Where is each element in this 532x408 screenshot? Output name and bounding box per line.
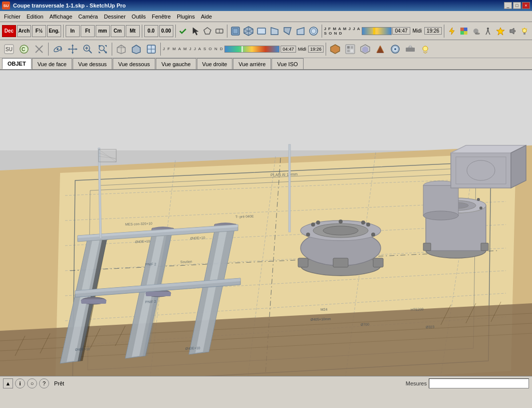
status-circle-button[interactable]: ○ <box>27 378 37 388</box>
svg-marker-64 <box>331 45 340 54</box>
view-top-button[interactable] <box>229 24 241 38</box>
svg-rect-31 <box>523 33 525 35</box>
tab-vue-face[interactable]: Vue de face <box>32 58 72 69</box>
tab-vue-arriere[interactable]: Vue arrière <box>233 58 271 69</box>
shadow-icon-button[interactable] <box>470 24 481 38</box>
menu-outils[interactable]: Outils <box>129 13 149 21</box>
view-left-button[interactable] <box>295 24 307 38</box>
render-btn4[interactable] <box>373 42 387 56</box>
minimize-button[interactable]: _ <box>504 2 512 9</box>
tb2-sep4 <box>326 43 326 56</box>
menu-camera[interactable]: Caméra <box>75 13 101 21</box>
view-iso-button[interactable] <box>242 24 254 38</box>
style-dec-button[interactable]: Dec <box>2 25 16 37</box>
menu-dessiner[interactable]: Dessiner <box>101 13 128 21</box>
tb2-icon3[interactable] <box>144 42 158 56</box>
tab-vue-droite[interactable]: Vue droite <box>197 58 233 69</box>
check-icon-button[interactable] <box>177 24 188 38</box>
lightning-icon-button[interactable] <box>446 24 457 38</box>
menu-affichage[interactable]: Affichage <box>47 13 76 21</box>
tb2-icon1[interactable] <box>114 42 128 56</box>
component-button[interactable]: C <box>17 42 31 56</box>
shape-icon-button[interactable] <box>214 24 225 38</box>
audio-icon-button[interactable] <box>507 24 518 38</box>
tab-vue-dessus[interactable]: Vue dessus <box>73 58 112 69</box>
render-btn3[interactable] <box>358 42 372 56</box>
pentagon-icon-button[interactable] <box>202 24 213 38</box>
pan-button[interactable] <box>66 42 80 56</box>
status-triangle-button[interactable]: ▲ <box>3 378 13 388</box>
svg-point-30 <box>522 29 526 33</box>
orbit-button[interactable] <box>51 42 65 56</box>
title-bar: SU Coupe transversale 1-1.skp - SketchUp… <box>0 0 532 11</box>
cursor-icon-button[interactable] <box>190 24 201 38</box>
tab-vue-gauche[interactable]: Vue gauche <box>156 58 196 69</box>
unit-mm-button[interactable]: mm <box>96 25 110 37</box>
sun-position-slider[interactable] <box>362 27 392 35</box>
svg-marker-45 <box>68 48 70 50</box>
measures-input[interactable] <box>429 378 529 388</box>
decimal-2-button[interactable]: 0.00 <box>159 25 173 37</box>
maximize-button[interactable]: □ <box>513 2 521 9</box>
tb2-icon2[interactable] <box>129 42 143 56</box>
unit-cm-button[interactable]: Cm <box>111 25 125 37</box>
material-icon-button[interactable] <box>458 24 469 38</box>
close-button[interactable]: × <box>522 2 530 9</box>
tab-vue-dessous[interactable]: Vue dessous <box>113 58 155 69</box>
svg-text:SU: SU <box>6 47 13 52</box>
sun-midi: Midi <box>297 47 308 52</box>
style-eng-button[interactable]: Eng. <box>47 25 61 37</box>
svg-rect-67 <box>351 46 353 49</box>
menu-plugins[interactable]: Plugins <box>174 13 198 21</box>
midi-label: Midi <box>411 28 424 34</box>
svg-point-42 <box>57 48 59 50</box>
menu-fenetre[interactable]: Fenêtre <box>149 13 174 21</box>
status-right: Mesures <box>406 378 529 388</box>
menu-edition[interactable]: Edition <box>24 13 47 21</box>
svg-point-151 <box>339 220 343 224</box>
zoom-extent-button[interactable] <box>96 42 110 56</box>
unit-ft-button[interactable]: Ft <box>81 25 95 37</box>
svg-point-147 <box>311 223 315 227</box>
status-info-button[interactable]: i <box>15 378 25 388</box>
separator1 <box>63 25 64 38</box>
style-arch-button[interactable]: Arch <box>17 25 31 37</box>
render-btn7[interactable] <box>418 42 432 56</box>
svg-marker-44 <box>72 52 74 54</box>
render-btn2[interactable] <box>343 42 357 56</box>
render-btn1[interactable] <box>328 42 342 56</box>
view-back-button[interactable] <box>282 24 294 38</box>
tab-vue-iso[interactable]: Vue ISO <box>272 58 303 69</box>
status-bar: ▲ i ○ ? Prêt Mesures <box>0 376 532 390</box>
view-front-button[interactable] <box>255 24 268 38</box>
menu-fichier[interactable]: Fichier <box>1 13 24 21</box>
viewport[interactable]: PLAN Al 10mm <box>0 70 532 376</box>
unit-mt-button[interactable]: Mt <box>126 25 140 37</box>
svg-rect-123 <box>81 299 106 304</box>
svg-point-163 <box>477 198 480 201</box>
unit-in-button[interactable]: In <box>66 25 80 37</box>
render-btn6[interactable] <box>403 42 417 56</box>
svg-point-23 <box>487 28 489 30</box>
select-tool-button[interactable]: SU <box>2 42 16 56</box>
render-btn5[interactable] <box>388 42 402 56</box>
star-icon-button[interactable] <box>494 24 505 38</box>
tab-objet[interactable]: OBJET <box>2 58 32 69</box>
menu-aide[interactable]: Aide <box>198 13 215 21</box>
lamp-icon-button[interactable] <box>519 24 530 38</box>
svg-point-148 <box>366 223 370 227</box>
cut-tool-button[interactable] <box>32 42 46 56</box>
svg-point-145 <box>306 233 310 237</box>
svg-rect-20 <box>464 31 467 35</box>
status-help-button[interactable]: ? <box>39 378 49 388</box>
decimal-1-button[interactable]: 0.0 <box>144 25 158 37</box>
window-title: Coupe transversale 1-1.skp - SketchUp Pr… <box>13 3 126 9</box>
svg-text:Soutien: Soutien <box>180 260 192 264</box>
svg-line-27 <box>489 33 490 35</box>
view-right-button[interactable] <box>269 24 281 38</box>
month-slider[interactable] <box>224 46 280 53</box>
walk-icon-button[interactable] <box>482 24 493 38</box>
zoom-button[interactable] <box>81 42 95 56</box>
style-half-button[interactable]: F½ <box>32 25 46 37</box>
view-bottom-button[interactable] <box>308 24 320 38</box>
